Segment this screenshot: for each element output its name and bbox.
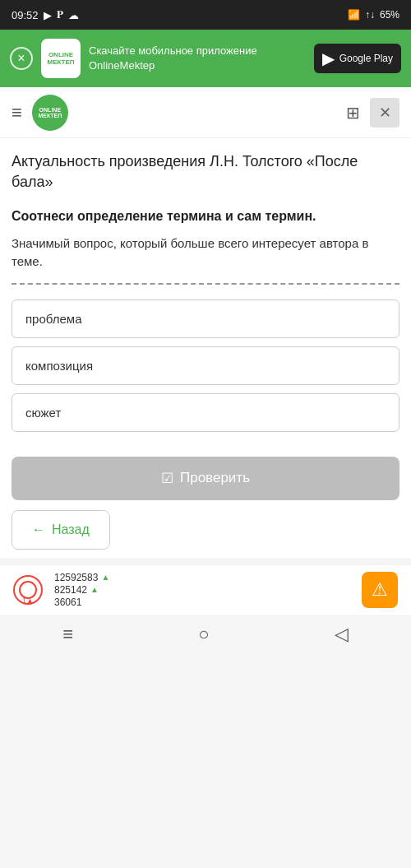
avatar: 1▲ (13, 575, 43, 605)
wifi-icon: 📶 (348, 9, 360, 21)
answer-option-2[interactable]: композиция (12, 346, 399, 385)
google-play-button[interactable]: ▶ Google Play (314, 44, 401, 73)
page-title: Актуальность произведения Л.Н. Толстого … (12, 151, 399, 193)
stat-value-3: 36061 (54, 596, 81, 608)
pinterest-icon: 𝐏 (57, 8, 63, 21)
stat-row-3: 36061 (54, 596, 109, 608)
answer-option-3[interactable]: сюжет (12, 393, 399, 432)
play-icon: ▶ (322, 49, 335, 68)
answer-options-list: проблема композиция сюжет (12, 299, 399, 432)
stat-row-2: 825142 ▲ (54, 584, 109, 596)
alert-button[interactable]: ⚠ (362, 572, 398, 608)
youtube-icon: ▶ (44, 9, 52, 21)
spacer (12, 440, 399, 457)
app-banner: × ONLINE МЕКТЕП Скачайте мобильное прило… (0, 30, 411, 87)
stat-value-1: 12592583 (54, 572, 98, 583)
close-button[interactable]: ✕ (370, 98, 399, 128)
check-btn-label: Проверить (180, 470, 250, 486)
back-icon: ← (32, 522, 45, 537)
cloud-icon: ☁ (68, 9, 79, 21)
header-logo: ONLINE МЕКТЕП (32, 95, 68, 131)
back-button[interactable]: ← Назад (12, 510, 110, 550)
gplay-label: Google Play (339, 53, 393, 64)
stat-trend-2-icon: ▲ (90, 585, 99, 594)
menu-icon[interactable]: ≡ (12, 102, 22, 123)
stat-value-2: 825142 (54, 584, 87, 596)
svg-point-0 (20, 582, 36, 598)
time-display: 09:52 (12, 9, 39, 21)
close-icon: ✕ (379, 104, 391, 122)
banner-text: Скачайте мобильное приложение OnlineMekt… (89, 44, 306, 73)
main-content: Актуальность произведения Л.Н. Толстого … (0, 138, 411, 558)
stat-row-1: 12592583 ▲ (54, 572, 109, 583)
header-logo-line2: МЕКТЕП (38, 113, 62, 118)
rank-label: 1▲ (22, 596, 34, 605)
back-btn-label: Назад (52, 522, 90, 537)
header-logo-line1: ONLINE (39, 107, 61, 113)
nav-back-icon[interactable]: ◁ (335, 624, 349, 645)
grid-icon[interactable]: ⊞ (346, 103, 360, 123)
logo-online-text: ONLINE (48, 51, 73, 58)
check-button[interactable]: ☑ Проверить (12, 457, 399, 500)
signal-icon: ↑↓ (365, 9, 375, 21)
status-right: 📶 ↑↓ 65% (348, 9, 399, 21)
question-text: Значимый вопрос, который больше всего ин… (12, 234, 399, 272)
dashed-separator (12, 283, 399, 285)
nav-home-icon[interactable]: ○ (198, 624, 209, 645)
app-header: ≡ ONLINE МЕКТЕП ⊞ ✕ (0, 87, 411, 138)
question-label: Соотнеси определение термина и сам терми… (12, 207, 399, 225)
bottom-bar: 1▲ 12592583 ▲ 825142 ▲ 36061 ⚠ (0, 564, 411, 615)
nav-bar: ≡ ○ ◁ (0, 615, 411, 654)
nav-menu-icon[interactable]: ≡ (62, 624, 73, 645)
stat-trend-1-icon: ▲ (101, 573, 109, 582)
battery-display: 65% (380, 9, 399, 21)
status-bar: 09:52 ▶ 𝐏 ☁ 📶 ↑↓ 65% (0, 0, 411, 30)
banner-close-button[interactable]: × (10, 47, 33, 70)
banner-logo: ONLINE МЕКТЕП (41, 39, 81, 78)
alert-icon: ⚠ (372, 579, 388, 601)
logo-mekter-text: МЕКТЕП (47, 58, 74, 66)
check-icon: ☑ (161, 470, 173, 487)
answer-option-1[interactable]: проблема (12, 299, 399, 338)
back-btn-container: ← Назад (12, 510, 399, 550)
bottom-stats: 12592583 ▲ 825142 ▲ 36061 (54, 572, 109, 608)
status-left: 09:52 ▶ 𝐏 ☁ (12, 8, 79, 21)
